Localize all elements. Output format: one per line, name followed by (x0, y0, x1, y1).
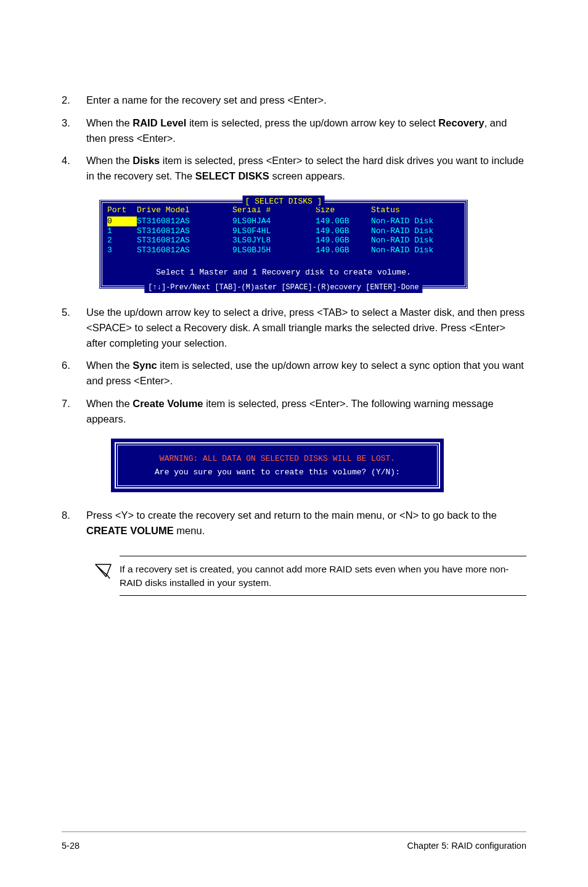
cell-serial: 9LS0HJA4 (232, 217, 316, 226)
table-row: 3ST3160812AS9LS0BJ5H149.0GBNon-RAID Disk (102, 245, 465, 255)
cell-port: 0 (107, 217, 137, 226)
note-icon (92, 556, 120, 586)
select-disks-terminal: [ SELECT DISKS ] Port Drive Model Serial… (99, 199, 468, 289)
chapter-title: Chapter 5: RAID configuration (407, 840, 526, 853)
cell-size: 149.0GB (316, 217, 371, 226)
warning-line2: Are you sure you want to create this vol… (123, 466, 432, 479)
cell-status: Non-RAID Disk (371, 217, 460, 226)
steps-a: 2.Enter a name for the recovery set and … (62, 93, 526, 184)
step-text: When the Disks item is selected, press <… (86, 153, 526, 184)
step-item: 3.When the RAID Level item is selected, … (62, 115, 526, 146)
terminal-title: [ SELECT DISKS ] (243, 196, 325, 208)
cell-model: ST3160812AS (137, 245, 232, 255)
cell-status: Non-RAID Disk (371, 226, 460, 236)
step-item: 2.Enter a name for the recovery set and … (62, 93, 526, 108)
cell-status: Non-RAID Disk (371, 245, 460, 255)
table-row: 1ST3160812AS9LS0F4HL149.0GBNon-RAID Disk (102, 226, 465, 236)
cell-port: 1 (107, 226, 137, 236)
cell-port: 2 (107, 236, 137, 245)
table-row: 2ST3160812AS3LS0JYL8149.0GBNon-RAID Disk (102, 236, 465, 245)
step-number: 7. (62, 396, 86, 427)
terminal-inner: Port Drive Model Serial # Size Status 0S… (102, 202, 465, 286)
step-text: Enter a name for the recovery set and pr… (86, 93, 526, 108)
note-block: If a recovery set is created, you cannot… (92, 551, 526, 601)
cell-port: 3 (107, 245, 137, 255)
table-row: 0ST3160812AS9LS0HJA4149.0GBNon-RAID Disk (102, 217, 465, 226)
cell-model: ST3160812AS (137, 217, 232, 226)
step-item: 8.Press <Y> to create the recovery set a… (62, 508, 526, 538)
step-item: 7.When the Create Volume item is selecte… (62, 396, 526, 427)
cell-size: 149.0GB (316, 226, 371, 236)
warning-line1: WARNING: ALL DATA ON SELECTED DISKS WILL… (123, 453, 432, 465)
step-item: 6.When the Sync item is selected, use th… (62, 358, 526, 389)
step-number: 5. (62, 305, 86, 350)
cell-model: ST3160812AS (137, 226, 232, 236)
cell-size: 149.0GB (316, 245, 371, 255)
step-text: Use the up/down arrow key to select a dr… (86, 305, 526, 350)
step-text: When the Sync item is selected, use the … (86, 358, 526, 389)
step-number: 2. (62, 93, 86, 108)
page-footer: 5-28 Chapter 5: RAID configuration (62, 831, 526, 853)
terminal-footer: [↑↓]-Prev/Next [TAB]-(M)aster [SPACE]-(R… (144, 282, 422, 293)
header-port: Port (107, 204, 137, 217)
step-text: When the Create Volume item is selected,… (86, 396, 526, 427)
page-number: 5-28 (62, 840, 80, 853)
note-text: If a recovery set is created, you cannot… (120, 556, 526, 596)
cell-model: ST3160812AS (137, 236, 232, 245)
steps-b: 5.Use the up/down arrow key to select a … (62, 305, 526, 426)
step-number: 6. (62, 358, 86, 389)
step-number: 8. (62, 508, 86, 538)
step-item: 5.Use the up/down arrow key to select a … (62, 305, 526, 350)
step-number: 3. (62, 115, 86, 146)
header-model: Drive Model (137, 204, 232, 217)
step-text: When the RAID Level item is selected, pr… (86, 115, 526, 146)
header-status: Status (371, 204, 460, 217)
step-text: Press <Y> to create the recovery set and… (86, 508, 526, 538)
cell-serial: 3LS0JYL8 (232, 236, 316, 245)
step-number: 4. (62, 153, 86, 184)
terminal-message: Select 1 Master and 1 Recovery disk to c… (102, 255, 465, 286)
cell-status: Non-RAID Disk (371, 236, 460, 245)
cell-serial: 9LS0BJ5H (232, 245, 316, 255)
warning-terminal: WARNING: ALL DATA ON SELECTED DISKS WILL… (111, 439, 444, 492)
cell-serial: 9LS0F4HL (232, 226, 316, 236)
terminal-rows: 0ST3160812AS9LS0HJA4149.0GBNon-RAID Disk… (102, 217, 465, 255)
step-item: 4.When the Disks item is selected, press… (62, 153, 526, 184)
cell-size: 149.0GB (316, 236, 371, 245)
steps-c: 8.Press <Y> to create the recovery set a… (62, 508, 526, 538)
